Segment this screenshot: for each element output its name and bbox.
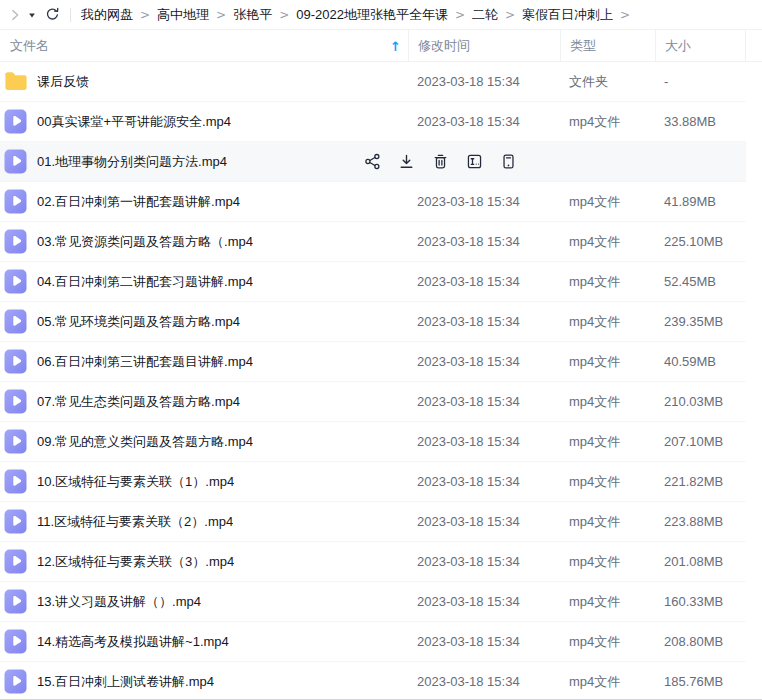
breadcrumb-item[interactable]: 我的网盘 <box>81 6 133 24</box>
toolbar-divider <box>70 8 71 22</box>
file-name-cell: 12.区域特征与要素关联（3）.mp4 <box>0 549 408 574</box>
file-name[interactable]: 05.常见环境类问题及答题方略.mp4 <box>37 313 240 331</box>
file-type: mp4文件 <box>560 433 655 451</box>
video-file-icon <box>4 109 27 134</box>
table-row[interactable]: 12.区域特征与要素关联（3）.mp4 2023-03-18 15:34 mp4… <box>0 542 746 582</box>
file-name-cell: 10.区域特征与要素关联（1）.mp4 <box>0 469 408 494</box>
file-name[interactable]: 04.百日冲刺第二讲配套习题讲解.mp4 <box>37 273 253 291</box>
file-name-cell: 04.百日冲刺第二讲配套习题讲解.mp4 <box>0 269 408 294</box>
file-name[interactable]: 11.区域特征与要素关联（2）.mp4 <box>37 513 233 531</box>
file-name[interactable]: 03.常见资源类问题及答题方略（.mp4 <box>37 233 253 251</box>
breadcrumb-item[interactable]: 寒假百日冲刺上 <box>522 6 613 24</box>
file-name[interactable]: 12.区域特征与要素关联（3）.mp4 <box>37 553 234 571</box>
breadcrumb-item[interactable]: 二轮 <box>472 6 498 24</box>
file-name-cell: 07.常见生态类问题及答题方略.mp4 <box>0 389 408 414</box>
table-row[interactable]: 课后反馈 2023-03-18 15:34 文件夹 - <box>0 62 746 102</box>
table-row[interactable]: 11.区域特征与要素关联（2）.mp4 2023-03-18 15:34 mp4… <box>0 502 746 542</box>
file-name[interactable]: 02.百日冲刺第一讲配套题讲解.mp4 <box>37 193 240 211</box>
file-modified: 2023-03-18 15:34 <box>408 314 560 329</box>
file-name[interactable]: 09.常见的意义类问题及答题方略.mp4 <box>37 433 253 451</box>
file-modified: 2023-03-18 15:34 <box>408 274 560 289</box>
breadcrumb: 我的网盘>高中地理>张艳平>09-2022地理张艳平全年课>二轮>寒假百日冲刺上… <box>81 6 637 24</box>
file-modified: 2023-03-18 15:34 <box>408 354 560 369</box>
file-size: 225.10MB <box>655 234 745 249</box>
column-header-modified[interactable]: 修改时间 <box>408 30 560 61</box>
file-size: 223.88MB <box>655 514 745 529</box>
video-file-icon <box>4 269 27 294</box>
file-modified: 2023-03-18 15:34 <box>408 514 560 529</box>
file-size: 221.82MB <box>655 474 745 489</box>
file-modified: 2023-03-18 15:34 <box>408 194 560 209</box>
table-row[interactable]: 06.百日冲刺第三讲配套题目讲解.mp4 2023-03-18 15:34 mp… <box>0 342 746 382</box>
file-name[interactable]: 07.常见生态类问题及答题方略.mp4 <box>37 393 240 411</box>
column-header-filename-label: 文件名 <box>10 37 49 55</box>
table-row[interactable]: 05.常见环境类问题及答题方略.mp4 2023-03-18 15:34 mp4… <box>0 302 746 342</box>
video-file-icon <box>4 589 27 614</box>
file-type: mp4文件 <box>560 113 655 131</box>
table-row[interactable]: 13.讲义习题及讲解（）.mp4 2023-03-18 15:34 mp4文件 … <box>0 582 746 622</box>
table-row[interactable]: 15.百日冲刺上测试卷讲解.mp4 2023-03-18 15:34 mp4文件… <box>0 662 746 700</box>
video-file-icon <box>4 389 27 414</box>
more-icon[interactable] <box>500 153 517 170</box>
video-file-icon <box>4 429 27 454</box>
file-name[interactable]: 14.精选高考及模拟题讲解~1.mp4 <box>37 633 229 651</box>
breadcrumb-separator-icon: > <box>216 8 226 22</box>
share-icon[interactable] <box>364 153 381 170</box>
row-actions <box>364 142 517 181</box>
file-size: 210.03MB <box>655 394 745 409</box>
file-name-cell: 00真实课堂+平哥讲能源安全.mp4 <box>0 109 408 134</box>
video-file-icon <box>4 269 27 294</box>
file-name-cell: 01.地理事物分别类问题方法.mp4 <box>0 149 408 174</box>
table-row[interactable]: 01.地理事物分别类问题方法.mp4 <box>0 142 746 182</box>
table-row[interactable]: 02.百日冲刺第一讲配套题讲解.mp4 2023-03-18 15:34 mp4… <box>0 182 746 222</box>
file-name[interactable]: 13.讲义习题及讲解（）.mp4 <box>37 593 201 611</box>
folder-icon <box>4 69 27 94</box>
file-modified: 2023-03-18 15:34 <box>408 594 560 609</box>
breadcrumb-separator-icon: > <box>505 8 515 22</box>
file-size: 185.76MB <box>655 674 745 689</box>
table-row[interactable]: 10.区域特征与要素关联（1）.mp4 2023-03-18 15:34 mp4… <box>0 462 746 502</box>
delete-icon[interactable] <box>432 153 449 170</box>
video-file-icon <box>4 389 27 414</box>
file-modified: 2023-03-18 15:34 <box>408 234 560 249</box>
forward-icon[interactable] <box>6 8 24 22</box>
table-row[interactable]: 00真实课堂+平哥讲能源安全.mp4 2023-03-18 15:34 mp4文… <box>0 102 746 142</box>
video-file-icon <box>4 189 27 214</box>
table-row[interactable]: 07.常见生态类问题及答题方略.mp4 2023-03-18 15:34 mp4… <box>0 382 746 422</box>
file-name[interactable]: 10.区域特征与要素关联（1）.mp4 <box>37 473 234 491</box>
breadcrumb-item[interactable]: 张艳平 <box>233 6 272 24</box>
file-name-cell: 课后反馈 <box>0 69 408 94</box>
file-name[interactable]: 00真实课堂+平哥讲能源安全.mp4 <box>37 113 231 131</box>
sort-ascending-icon[interactable]: ↑ <box>390 38 401 53</box>
video-file-icon <box>4 629 27 654</box>
video-file-icon <box>4 549 27 574</box>
file-type: 文件夹 <box>560 73 655 91</box>
breadcrumb-item[interactable]: 09-2022地理张艳平全年课 <box>296 6 448 24</box>
column-header-size[interactable]: 大小 <box>655 30 745 61</box>
column-header-filename[interactable]: 文件名 ↑ <box>0 30 408 61</box>
column-header-type[interactable]: 类型 <box>560 30 655 61</box>
video-file-icon <box>4 669 27 694</box>
file-size: 207.10MB <box>655 434 745 449</box>
file-name[interactable]: 15.百日冲刺上测试卷讲解.mp4 <box>37 673 214 691</box>
file-name[interactable]: 06.百日冲刺第三讲配套题目讲解.mp4 <box>37 353 253 371</box>
file-size: 40.59MB <box>655 354 745 369</box>
file-type: mp4文件 <box>560 233 655 251</box>
file-size: 41.89MB <box>655 194 745 209</box>
file-name[interactable]: 01.地理事物分别类问题方法.mp4 <box>37 153 227 171</box>
download-icon[interactable] <box>398 153 415 170</box>
caret-down-icon[interactable] <box>24 10 40 20</box>
table-row[interactable]: 09.常见的意义类问题及答题方略.mp4 2023-03-18 15:34 mp… <box>0 422 746 462</box>
file-modified: 2023-03-18 15:34 <box>408 474 560 489</box>
breadcrumb-item[interactable]: 高中地理 <box>157 6 209 24</box>
table-row[interactable]: 04.百日冲刺第二讲配套习题讲解.mp4 2023-03-18 15:34 mp… <box>0 262 746 302</box>
column-header-spacer <box>745 30 762 61</box>
refresh-icon[interactable] <box>42 7 62 22</box>
table-row[interactable]: 14.精选高考及模拟题讲解~1.mp4 2023-03-18 15:34 mp4… <box>0 622 746 662</box>
video-file-icon <box>4 669 27 694</box>
table-row[interactable]: 03.常见资源类问题及答题方略（.mp4 2023-03-18 15:34 mp… <box>0 222 746 262</box>
breadcrumb-separator-icon: > <box>455 8 465 22</box>
file-name[interactable]: 课后反馈 <box>37 73 89 91</box>
file-size: - <box>655 74 745 89</box>
rename-icon[interactable] <box>466 153 483 170</box>
